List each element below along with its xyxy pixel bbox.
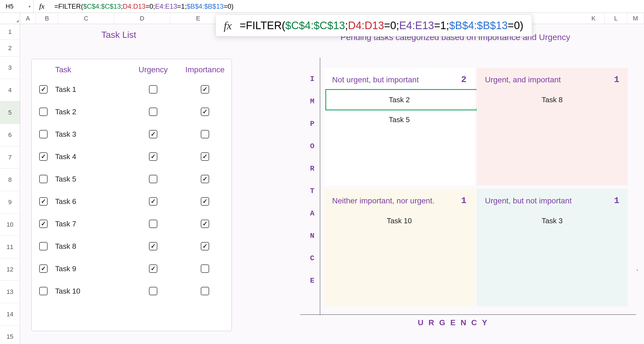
- task-row: Task 2: [32, 101, 232, 123]
- axis-letter: E: [307, 269, 318, 292]
- row-header-9[interactable]: 9: [0, 191, 20, 213]
- fx-icon[interactable]: fx: [34, 0, 50, 13]
- row-header-6[interactable]: 6: [0, 124, 20, 146]
- formula-tooltip-text: =FILTER($C$4:$C$13;D4:D13=0;E4:E13=1;$B$…: [240, 20, 523, 32]
- quadrant-neither: Neither important, nor urgent. 1 Task 10: [324, 189, 475, 306]
- done-checkbox[interactable]: [39, 287, 48, 295]
- done-checkbox[interactable]: [39, 220, 48, 228]
- task-row: Task 7: [32, 213, 232, 235]
- task-header-task: Task: [55, 65, 128, 74]
- row-header-2[interactable]: 2: [0, 40, 20, 57]
- row-header-15[interactable]: 15: [0, 326, 20, 344]
- importance-axis-label: IMPORTANCE: [307, 68, 318, 292]
- quadrant-urgent-not-important: Urgent, but not important 1 Task 3: [477, 189, 628, 306]
- name-box-value: H5: [6, 3, 13, 10]
- urgency-checkbox[interactable]: [149, 175, 157, 183]
- row-header-14[interactable]: 14: [0, 303, 20, 326]
- quad-label: Not urgent, but important: [332, 75, 419, 84]
- select-all-corner[interactable]: ◢: [0, 13, 20, 24]
- quad-label: Urgent, and important: [485, 75, 561, 84]
- triangle-icon: ◢: [16, 19, 19, 23]
- sheet-body[interactable]: Task List Task Urgency Importance Task 1…: [20, 24, 644, 344]
- name-box[interactable]: H5 ▾: [0, 0, 34, 13]
- quad-count: 1: [614, 75, 619, 85]
- row-header-12[interactable]: 12: [0, 258, 20, 281]
- done-checkbox[interactable]: [39, 152, 48, 161]
- task-row: Task 4: [32, 145, 232, 168]
- formula-bar: H5 ▾ fx =FILTER($C$4:$C$13;D4:D13=0;E4:E…: [0, 0, 644, 13]
- quadrant-urgent-important: Urgent, and important 1 Task 8: [477, 68, 628, 185]
- col-header-c[interactable]: C: [58, 13, 114, 24]
- row-header-5[interactable]: 5: [0, 101, 20, 124]
- done-checkbox[interactable]: [39, 130, 48, 138]
- urgency-checkbox[interactable]: [149, 242, 157, 250]
- formula-tooltip: fx =FILTER($C$4:$C$13;D4:D13=0;E4:E13=1;…: [216, 15, 532, 36]
- task-row: Task 9: [32, 257, 232, 280]
- importance-checkbox[interactable]: [201, 220, 209, 228]
- col-header-a[interactable]: A: [20, 13, 36, 24]
- importance-checkbox[interactable]: [201, 197, 209, 206]
- urgency-checkbox[interactable]: [149, 287, 157, 295]
- importance-checkbox[interactable]: [201, 130, 209, 138]
- urgency-checkbox[interactable]: [149, 130, 157, 138]
- axis-letter: C: [307, 247, 318, 269]
- task-list-header: Task Urgency Importance: [32, 59, 232, 78]
- col-header-m[interactable]: M: [627, 13, 644, 24]
- task-name: Task 3: [55, 130, 128, 139]
- col-header-d[interactable]: D: [114, 13, 170, 24]
- urgency-checkbox[interactable]: [149, 108, 157, 116]
- task-name: Task 7: [55, 220, 128, 228]
- importance-checkbox[interactable]: [201, 242, 209, 250]
- axis-letter: O: [307, 135, 318, 157]
- axis-letter: A: [307, 202, 318, 225]
- task-row: Task 6: [32, 190, 232, 213]
- formula-input[interactable]: =FILTER($C$4:$C$13;D4:D13=0;E4:E13=1;$B$…: [50, 3, 234, 10]
- row-header-1[interactable]: 1: [0, 24, 20, 40]
- row-header-7[interactable]: 7: [0, 146, 20, 169]
- task-name: Task 9: [55, 264, 128, 273]
- done-checkbox[interactable]: [39, 108, 48, 116]
- task-row: Task 3: [32, 123, 232, 145]
- col-header-l[interactable]: L: [605, 13, 627, 24]
- task-name: Task 5: [55, 175, 128, 183]
- done-checkbox[interactable]: [39, 264, 48, 273]
- row-headers: 123456789101112131415: [0, 24, 20, 344]
- chevron-down-icon[interactable]: ▾: [29, 4, 31, 9]
- row-header-8[interactable]: 8: [0, 169, 20, 191]
- task-name: Task 4: [55, 152, 128, 161]
- axis-letter: T: [307, 180, 318, 202]
- urgency-checkbox[interactable]: [149, 152, 157, 161]
- urgency-checkbox[interactable]: [149, 220, 157, 228]
- importance-checkbox[interactable]: [201, 264, 209, 273]
- task-header-importance: Importance: [178, 65, 232, 74]
- quad-task-item: Task 10: [330, 211, 468, 231]
- urgency-checkbox[interactable]: [149, 264, 157, 273]
- importance-checkbox[interactable]: [201, 175, 209, 183]
- done-checkbox[interactable]: [39, 175, 48, 183]
- quad-label: Neither important, nor urgent.: [332, 196, 435, 205]
- importance-checkbox[interactable]: [201, 108, 209, 116]
- task-row: Task 8: [32, 235, 232, 257]
- col-header-b[interactable]: B: [36, 13, 58, 24]
- axis-letter: I: [307, 68, 318, 90]
- urgency-checkbox[interactable]: [149, 85, 157, 94]
- urgency-checkbox[interactable]: [149, 197, 157, 206]
- importance-checkbox[interactable]: [201, 287, 209, 295]
- axis-letter: R: [307, 157, 318, 180]
- done-checkbox[interactable]: [39, 85, 48, 94]
- row-header-4[interactable]: 4: [0, 79, 20, 101]
- importance-checkbox[interactable]: [201, 85, 209, 94]
- col-header-k[interactable]: K: [582, 13, 605, 24]
- quad-task-item: Task 8: [483, 90, 621, 110]
- eisenhower-matrix: Not urgent, but important 2 Task 2Task 5…: [320, 58, 633, 310]
- row-header-13[interactable]: 13: [0, 281, 20, 303]
- axis-letter: N: [307, 225, 318, 247]
- task-name: Task 6: [55, 197, 128, 206]
- done-checkbox[interactable]: [39, 242, 48, 250]
- done-checkbox[interactable]: [39, 197, 48, 206]
- row-header-10[interactable]: 10: [0, 213, 20, 236]
- row-header-11[interactable]: 11: [0, 236, 20, 258]
- row-header-3[interactable]: 3: [0, 57, 20, 79]
- matrix-vertical-axis: [320, 58, 320, 315]
- importance-checkbox[interactable]: [201, 152, 209, 161]
